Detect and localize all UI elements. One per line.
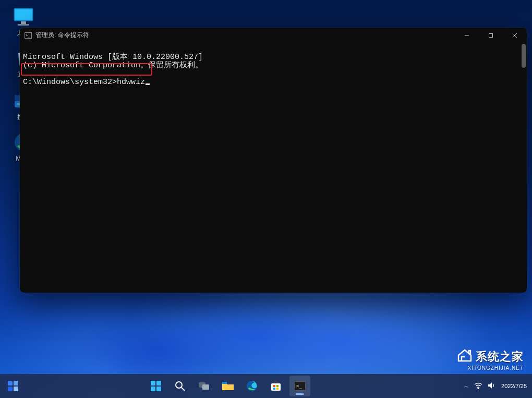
svg-rect-19 — [151, 381, 155, 385]
scrollbar-thumb[interactable] — [522, 44, 526, 68]
svg-text:>_: >_ — [296, 383, 302, 389]
watermark-url: XITONGZHIJIA.NET — [457, 365, 524, 371]
svg-rect-26 — [202, 384, 209, 390]
network-icon[interactable] — [474, 382, 482, 390]
terminal-command: hdwwiz — [117, 78, 145, 87]
maximize-button[interactable] — [479, 28, 503, 43]
svg-rect-17 — [8, 387, 13, 391]
command-prompt-window: >_ 管理员: 命令提示符 Microsoft Windows [版本 10.0… — [20, 28, 527, 293]
svg-rect-12 — [489, 33, 493, 37]
taskbar-center: >_ — [28, 376, 428, 396]
svg-rect-21 — [151, 387, 155, 391]
watermark-brand: 系统之家 — [476, 349, 524, 365]
tray-overflow-chevron-icon[interactable]: ︿ — [464, 382, 469, 390]
svg-point-36 — [478, 388, 479, 389]
widgets-button[interactable] — [5, 378, 21, 394]
system-tray: ︿ 2022/7/25 — [428, 382, 532, 390]
svg-rect-1 — [15, 9, 32, 20]
svg-rect-30 — [273, 385, 275, 387]
svg-line-24 — [182, 388, 185, 391]
svg-rect-32 — [273, 388, 275, 390]
house-icon — [457, 348, 473, 365]
terminal-line: Microsoft Windows [版本 10.0.22000.527] — [23, 53, 203, 62]
svg-rect-22 — [156, 387, 161, 391]
terminal-line: (c) Microsoft Corporation。保留所有权利。 — [23, 61, 203, 70]
terminal-body[interactable]: Microsoft Windows [版本 10.0.22000.527] (c… — [20, 43, 527, 293]
edge-taskbar-button[interactable] — [241, 376, 262, 396]
cmd-icon: >_ — [24, 31, 32, 40]
taskbar-clock[interactable]: 2022/7/25 — [501, 383, 527, 390]
taskbar: >_ ︿ 2022/7/25 — [0, 374, 532, 398]
svg-rect-20 — [156, 381, 161, 385]
close-button[interactable] — [503, 28, 527, 43]
text-cursor — [146, 83, 150, 85]
clock-date: 2022/7/25 — [501, 383, 527, 390]
svg-rect-31 — [276, 385, 279, 387]
search-button[interactable] — [170, 376, 190, 396]
cmd-taskbar-button[interactable]: >_ — [289, 376, 310, 396]
svg-rect-16 — [14, 381, 18, 385]
this-pc-icon — [13, 6, 34, 27]
terminal-prompt: C:\Windows\system32> — [23, 78, 117, 87]
svg-rect-3 — [18, 24, 29, 26]
window-title: 管理员: 命令提示符 — [35, 31, 89, 40]
store-button[interactable] — [265, 376, 286, 396]
watermark: 系统之家 XITONGZHIJIA.NET — [457, 348, 524, 371]
svg-text:>_: >_ — [26, 33, 30, 38]
volume-icon[interactable] — [488, 382, 496, 390]
svg-point-23 — [176, 382, 182, 388]
svg-rect-27 — [222, 382, 227, 384]
svg-rect-15 — [8, 381, 13, 385]
minimize-button[interactable] — [455, 28, 479, 43]
svg-rect-29 — [271, 383, 281, 391]
titlebar[interactable]: >_ 管理员: 命令提示符 — [20, 28, 527, 43]
start-button[interactable] — [146, 376, 166, 396]
file-explorer-button[interactable] — [217, 376, 238, 396]
svg-rect-18 — [14, 387, 18, 391]
task-view-button[interactable] — [194, 376, 214, 396]
svg-rect-2 — [21, 21, 26, 24]
svg-rect-33 — [276, 388, 279, 390]
